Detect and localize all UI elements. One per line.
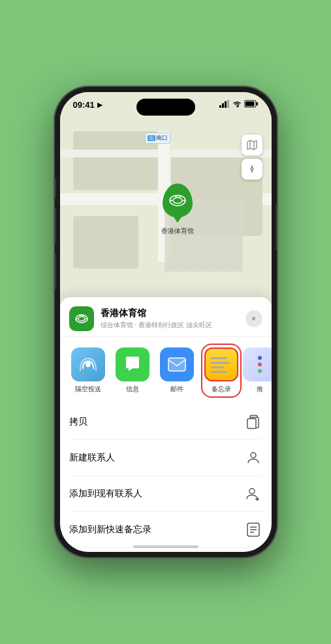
svg-point-29 — [251, 453, 256, 458]
messages-icon-wrap — [116, 347, 150, 381]
venue-info: 香港体育馆 综合体育馆 · 香港特别行政区 油尖旺区 — [101, 308, 245, 330]
stadium-marker[interactable]: 香港体育馆 — [161, 184, 194, 236]
exit-label: 出 — [148, 135, 155, 141]
status-time: 09:41 ▶ — [73, 100, 102, 110]
note-icon — [244, 521, 262, 539]
compass-icon — [247, 164, 257, 174]
venue-icon — [69, 306, 94, 331]
svg-rect-6 — [245, 102, 254, 106]
status-icons — [219, 100, 259, 108]
stadium-label: 香港体育馆 — [161, 227, 194, 236]
marker-pin — [163, 184, 193, 217]
airdrop-label: 隔空投送 — [75, 385, 101, 394]
svg-rect-1 — [222, 103, 224, 108]
notes-line — [211, 366, 225, 368]
mail-icon — [168, 357, 186, 372]
close-button[interactable]: × — [245, 310, 262, 327]
phone-screen: 09:41 ▶ — [60, 92, 272, 552]
copy-icon — [244, 413, 262, 431]
share-item-notes[interactable]: 备忘录 — [202, 345, 240, 396]
location-icon: ▶ — [97, 101, 102, 108]
copy-label: 拷贝 — [69, 416, 87, 428]
svg-point-24 — [86, 362, 91, 367]
battery-icon — [244, 100, 259, 108]
more-label: 推 — [257, 385, 263, 394]
new-contact-label: 新建联系人 — [69, 452, 115, 464]
action-list: 拷贝 新建联系人 — [69, 404, 262, 552]
stadium-icon — [168, 193, 187, 208]
map-controls — [242, 135, 262, 180]
sheet-header: 香港体育馆 综合体育馆 · 香港特别行政区 油尖旺区 × — [60, 297, 272, 337]
venue-stadium-icon — [74, 312, 89, 326]
share-item-mail[interactable]: 邮件 — [158, 347, 196, 394]
messages-label: 信息 — [126, 385, 139, 394]
action-quick-note[interactable]: 添加到新快速备忘录 — [69, 512, 262, 548]
action-copy[interactable]: 拷贝 — [69, 404, 262, 440]
person-svg — [247, 451, 260, 465]
quick-note-label: 添加到新快速备忘录 — [69, 524, 151, 536]
mail-icon-wrap — [160, 347, 194, 381]
map-label-nankou: 出南口 — [145, 133, 170, 144]
venue-desc: 综合体育馆 · 香港特别行政区 油尖旺区 — [101, 321, 245, 330]
svg-point-7 — [251, 168, 253, 170]
airdrop-icon-wrap — [71, 347, 105, 381]
dynamic-island — [136, 99, 195, 116]
map-icon — [247, 140, 257, 150]
share-item-airdrop[interactable]: 隔空投送 — [69, 347, 107, 394]
map-block — [73, 216, 138, 268]
person-add-icon — [244, 485, 262, 503]
venue-name: 香港体育馆 — [101, 308, 245, 319]
volume-down-button[interactable] — [55, 253, 56, 289]
note-svg — [247, 523, 260, 537]
svg-point-30 — [249, 489, 255, 494]
svg-rect-28 — [247, 419, 256, 428]
action-add-contact[interactable]: 添加到现有联系人 — [69, 476, 262, 512]
map-type-button[interactable] — [242, 135, 262, 155]
signal-icon — [219, 100, 230, 108]
svg-point-9 — [173, 198, 182, 204]
action-new-contact[interactable]: 新建联系人 — [69, 440, 262, 476]
svg-rect-25 — [168, 358, 185, 371]
nankou-text: 南口 — [156, 135, 168, 141]
more-icon-wrap — [243, 347, 272, 381]
home-indicator — [133, 545, 198, 548]
location-button[interactable] — [242, 159, 262, 180]
mail-label: 邮件 — [170, 385, 183, 394]
share-item-messages[interactable]: 信息 — [114, 347, 151, 394]
person-add-svg — [246, 487, 260, 501]
share-item-more[interactable]: 推 — [247, 347, 272, 394]
svg-rect-0 — [219, 105, 221, 108]
share-row: 隔空投送 信息 — [60, 337, 272, 404]
person-icon — [244, 449, 262, 467]
copy-svg — [247, 415, 260, 429]
svg-rect-3 — [227, 100, 229, 108]
notes-line — [211, 371, 228, 373]
notes-line — [211, 362, 230, 364]
time-display: 09:41 — [73, 100, 95, 110]
volume-up-button[interactable] — [55, 208, 56, 244]
notes-line — [211, 357, 227, 359]
mute-button[interactable] — [55, 178, 56, 198]
svg-point-17 — [78, 317, 85, 321]
notes-icon-wrap — [204, 347, 238, 381]
svg-rect-5 — [256, 103, 258, 106]
power-button[interactable] — [276, 204, 277, 250]
bottom-sheet: 香港体育馆 综合体育馆 · 香港特别行政区 油尖旺区 × 隔 — [60, 297, 272, 552]
wifi-icon — [232, 100, 242, 108]
svg-point-33 — [257, 498, 258, 500]
svg-rect-2 — [225, 101, 227, 108]
map-area[interactable]: 出南口 — [60, 92, 272, 327]
messages-icon — [123, 355, 142, 374]
phone-frame: 09:41 ▶ — [55, 87, 277, 557]
add-contact-label: 添加到现有联系人 — [69, 488, 142, 500]
airdrop-icon — [80, 356, 97, 373]
action-print[interactable]: 打印 — [69, 548, 262, 552]
notes-label: 备忘录 — [212, 385, 231, 394]
